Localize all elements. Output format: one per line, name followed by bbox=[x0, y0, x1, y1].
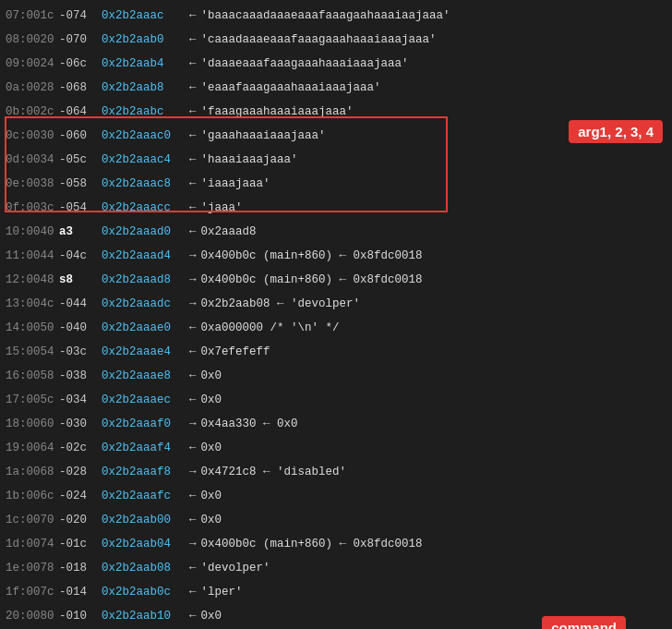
command-badge: command bbox=[542, 616, 626, 629]
line-value: 0x4721c8 ← 'disabled' bbox=[201, 466, 347, 478]
line-value: 'baaacaaadaaaeaaafaaagaahaaaiaajaaa' bbox=[201, 9, 450, 22]
line-value: 'iaaajaaa' bbox=[201, 177, 270, 190]
table-row: 0a:0028-0680x2b2aab8 ← 'eaaafaaagaaahaaa… bbox=[0, 76, 672, 100]
line-offset: -014 bbox=[59, 586, 102, 599]
table-row: 1c:0070-0200x2b2aab00 ← 0x0 bbox=[0, 508, 672, 532]
table-row: 13:004c-0440x2b2aaadc → 0x2b2aab08 ← 'de… bbox=[0, 292, 672, 316]
line-offset: -034 bbox=[59, 393, 102, 406]
line-addr: 11:0044 bbox=[6, 249, 59, 262]
line-hexaddr: 0x2b2aab4 bbox=[102, 57, 185, 70]
table-row: 11:0044-04c0x2b2aaad4 → 0x400b0c (main+8… bbox=[0, 244, 672, 268]
table-row: 1b:006c-0240x2b2aaafc ← 0x0 bbox=[0, 484, 672, 508]
line-arrow: ← bbox=[189, 393, 197, 406]
line-offset: -010 bbox=[59, 610, 102, 623]
line-hexaddr: 0x2b2aab10 bbox=[102, 610, 185, 623]
table-row: 08:0020-0700x2b2aab0 ← 'caaadaaaeaaafaaa… bbox=[0, 28, 672, 52]
line-value: 0x400b0c (main+860) ← 0x8fdc0018 bbox=[201, 249, 423, 262]
line-hexaddr: 0x2b2aaae4 bbox=[102, 345, 185, 358]
lines-container: 07:001c-0740x2b2aaac ← 'baaacaaadaaaeaaa… bbox=[0, 4, 672, 628]
line-arrow: ← bbox=[189, 345, 197, 358]
line-hexaddr: 0x2b2aabc bbox=[102, 105, 185, 118]
line-value: 'daaaeaaafaaagaaahaaaiaaajaaa' bbox=[201, 57, 409, 70]
line-offset: -030 bbox=[59, 417, 102, 430]
line-arrow: ← bbox=[189, 321, 197, 334]
line-hexaddr: 0x2b2aaac8 bbox=[102, 177, 185, 190]
line-value: 0x0 bbox=[201, 393, 222, 406]
line-addr: 20:0080 bbox=[6, 610, 59, 623]
line-offset: -05c bbox=[59, 153, 102, 166]
line-offset: -040 bbox=[59, 321, 102, 334]
line-hexaddr: 0x2b2aab08 bbox=[102, 562, 185, 575]
line-addr: 19:0064 bbox=[6, 442, 59, 454]
line-value: 0x0 bbox=[201, 369, 222, 382]
table-row: 1d:0074-01c0x2b2aab04 → 0x400b0c (main+8… bbox=[0, 532, 672, 556]
main-container: arg1, 2, 3, 4 command 07:001c-0740x2b2aa… bbox=[0, 0, 672, 629]
line-arrow: ← bbox=[189, 562, 197, 575]
line-addr: 1d:0074 bbox=[6, 538, 59, 550]
line-value: 0x400b0c (main+860) ← 0x8fdc0018 bbox=[201, 538, 423, 550]
line-hexaddr: 0x2b2aaaec bbox=[102, 393, 185, 406]
line-arrow: ← bbox=[189, 57, 197, 70]
line-addr: 15:0054 bbox=[6, 345, 59, 358]
line-bold-offset: a3 bbox=[59, 225, 102, 238]
line-offset: -028 bbox=[59, 466, 102, 478]
table-row: 0f:003c-0540x2b2aaacc ← 'jaaa' bbox=[0, 196, 672, 220]
line-addr: 08:0020 bbox=[6, 33, 59, 46]
line-hexaddr: 0x2b2aaaf0 bbox=[102, 417, 185, 430]
line-offset: -04c bbox=[59, 249, 102, 262]
table-row: 1a:0068-0280x2b2aaaf8 → 0x4721c8 ← 'disa… bbox=[0, 460, 672, 484]
line-hexaddr: 0x2b2aab04 bbox=[102, 538, 185, 550]
line-arrow: ← bbox=[189, 201, 197, 214]
line-hexaddr: 0x2b2aab0 bbox=[102, 33, 185, 46]
line-offset: -054 bbox=[59, 201, 102, 214]
line-arrow: ← bbox=[189, 586, 197, 599]
table-row: 0e:0038-0580x2b2aaac8 ← 'iaaajaaa' bbox=[0, 172, 672, 196]
line-arrow: ← bbox=[189, 177, 197, 190]
line-hexaddr: 0x2b2aaacc bbox=[102, 201, 185, 214]
line-arrow: → bbox=[189, 249, 197, 262]
line-arrow: ← bbox=[189, 490, 197, 502]
line-hexaddr: 0x2b2aab8 bbox=[102, 81, 185, 94]
line-addr: 0b:002c bbox=[6, 105, 59, 118]
line-addr: 14:0050 bbox=[6, 321, 59, 334]
line-value: 0x0 bbox=[201, 442, 222, 454]
line-arrow: ← bbox=[189, 129, 197, 142]
table-row: 12:0048s80x2b2aaad8 → 0x400b0c (main+860… bbox=[0, 268, 672, 292]
line-value: 'caaadaaaeaaafaaagaaahaaaiaaajaaa' bbox=[201, 33, 437, 46]
line-value: 'gaaahaaaiaaajaaa' bbox=[201, 129, 326, 142]
table-row: 14:0050-0400x2b2aaae0 ← 0xa000000 /* '\n… bbox=[0, 316, 672, 340]
line-offset: -01c bbox=[59, 538, 102, 550]
line-addr: 0a:0028 bbox=[6, 81, 59, 94]
line-hexaddr: 0x2b2aaae0 bbox=[102, 321, 185, 334]
table-row: 17:005c-0340x2b2aaaec ← 0x0 bbox=[0, 388, 672, 412]
line-value: 0x2aaad8 bbox=[201, 225, 257, 238]
line-addr: 1e:0078 bbox=[6, 562, 59, 575]
table-row: 07:001c-0740x2b2aaac ← 'baaacaaadaaaeaaa… bbox=[0, 4, 672, 28]
line-value: 'devolper' bbox=[201, 562, 270, 575]
line-offset: -070 bbox=[59, 33, 102, 46]
line-hexaddr: 0x2b2aaac4 bbox=[102, 153, 185, 166]
line-arrow: ← bbox=[189, 105, 197, 118]
line-hexaddr: 0x2b2aaadc bbox=[102, 297, 185, 310]
line-hexaddr: 0x2b2aaaf4 bbox=[102, 442, 185, 454]
line-value: 'jaaa' bbox=[201, 201, 243, 214]
table-row: 09:0024-06c0x2b2aab4 ← 'daaaeaaafaaagaaa… bbox=[0, 52, 672, 76]
line-hexaddr: 0x2b2aaae8 bbox=[102, 369, 185, 382]
line-hexaddr: 0x2b2aaad8 bbox=[102, 273, 185, 286]
line-hexaddr: 0x2b2aaad4 bbox=[102, 249, 185, 262]
line-offset: -020 bbox=[59, 514, 102, 526]
line-offset: -060 bbox=[59, 129, 102, 142]
table-row: 1e:0078-0180x2b2aab08 ← 'devolper' bbox=[0, 556, 672, 580]
line-value: 'lper' bbox=[201, 586, 243, 599]
line-addr: 07:001c bbox=[6, 9, 59, 22]
line-arrow: → bbox=[189, 417, 197, 430]
line-arrow: ← bbox=[189, 514, 197, 526]
table-row: 16:0058-0380x2b2aaae8 ← 0x0 bbox=[0, 364, 672, 388]
line-offset: -018 bbox=[59, 562, 102, 575]
line-arrow: ← bbox=[189, 369, 197, 382]
line-offset: -058 bbox=[59, 177, 102, 190]
line-offset: -03c bbox=[59, 345, 102, 358]
table-row: 10:0040a30x2b2aaad0 ← 0x2aaad8 bbox=[0, 220, 672, 244]
line-offset: -064 bbox=[59, 105, 102, 118]
table-row: 19:0064-02c0x2b2aaaf4 ← 0x0 bbox=[0, 436, 672, 460]
